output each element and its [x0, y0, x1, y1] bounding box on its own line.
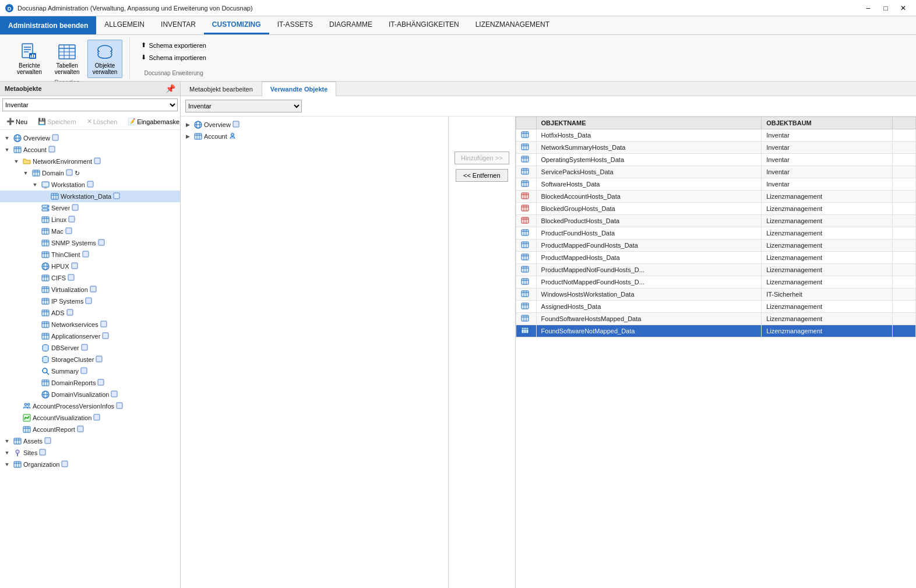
right-dropdown[interactable]: Inventar — [185, 100, 302, 112]
menu-customizing[interactable]: CUSTOMIZING — [204, 16, 269, 34]
expand-sites[interactable]: ▼ — [2, 448, 12, 457]
table-row[interactable]: AssignedHosts_Data Lizenzmanagement — [516, 301, 915, 313]
table-row[interactable]: WindowsHostsWorkstation_Data IT-Sicherhe… — [516, 288, 915, 301]
icon-networkservices — [41, 320, 50, 329]
menu-diagramme[interactable]: DIAGRAMME — [321, 16, 381, 34]
tree-item-workstation[interactable]: ▼Workstation — [0, 179, 180, 191]
speichern-button[interactable]: 💾 Speichern — [34, 116, 80, 127]
menu-inventar[interactable]: INVENTAR — [153, 16, 204, 34]
right-toolbar: Inventar — [181, 96, 916, 117]
tree-item-assets[interactable]: ▼Assets — [0, 435, 180, 447]
menu-it-abhaengigkeiten[interactable]: IT-ABHÄNGIGKEITEN — [381, 16, 467, 34]
menu-lizenzmanagement[interactable]: LIZENZMANAGEMENT — [467, 16, 558, 34]
table-row[interactable]: ProductMappedHosts_Data Lizenzmanagement — [516, 252, 915, 264]
hinzufuegen-button[interactable]: Hinzufügen >> — [455, 152, 509, 164]
tree-item-sites[interactable]: ▼Sites — [0, 447, 180, 459]
tree-item-ipsystems[interactable]: IP Systems — [0, 295, 180, 307]
table-row[interactable]: HotfixHosts_Data Inventar — [516, 129, 915, 142]
row-icon-cell — [516, 142, 536, 154]
minimize-button[interactable]: – — [860, 2, 876, 15]
tree-item-account[interactable]: ▼Account — [0, 144, 180, 156]
table-row[interactable]: ProductMappedNotFoundHosts_D... Lizenzma… — [516, 264, 915, 276]
neu-button[interactable]: ➕ Neu — [2, 116, 31, 127]
tree-item-domain[interactable]: ▼Domain↻ — [0, 167, 180, 179]
admin-beenden-button[interactable]: Administration beenden — [0, 16, 96, 34]
tree-item-virtualization[interactable]: Virtualization — [0, 284, 180, 295]
table-row[interactable]: NetworkSummaryHosts_Data Inventar — [516, 142, 915, 154]
tree-item-summary[interactable]: Summary — [0, 365, 180, 377]
tree-item-server[interactable]: Server — [0, 202, 180, 214]
table-row[interactable]: ProductFoundHosts_Data Lizenzmanagement — [516, 227, 915, 240]
tree-item-accountvisualization[interactable]: AccountVisualization — [0, 412, 180, 424]
tree-item-domainreports[interactable]: DomainReports — [0, 377, 180, 389]
tree-item-ads[interactable]: ADS — [0, 307, 180, 319]
table-row[interactable]: FoundSoftwareNotMapped_Data Lizenzmanage… — [516, 325, 915, 337]
close-button[interactable]: ✕ — [895, 2, 911, 15]
table-row[interactable]: BlockedProductHosts_Data Lizenzmanagemen… — [516, 215, 915, 227]
tree-item-networkservices[interactable]: Networkservices — [0, 319, 180, 330]
tab-metaobjekt-bearbeiten[interactable]: Metaobjekt bearbeiten — [181, 82, 262, 96]
label-account: Account — [23, 146, 47, 153]
table-row[interactable]: ProductMappedFoundHosts_Data Lizenzmanag… — [516, 240, 915, 252]
tabellen-verwalten-button[interactable]: Tabellen verwalten — [50, 40, 85, 78]
tree-item-cifs[interactable]: CIFS — [0, 272, 180, 284]
svg-line-105 — [47, 372, 49, 375]
right-tree-overview[interactable]: ▶ Overview — [181, 119, 448, 131]
svg-rect-50 — [69, 216, 75, 222]
svg-rect-160 — [522, 168, 529, 174]
menu-allgemein[interactable]: ALLGEMEIN — [96, 16, 153, 34]
tree-item-mac[interactable]: Mac — [0, 226, 180, 237]
tree-item-storagecluster[interactable]: StorageCluster — [0, 354, 180, 365]
tree-item-networkenvironment[interactable]: ▼NetworkEnvironment — [0, 156, 180, 167]
menu-it-assets[interactable]: IT-ASSETS — [269, 16, 321, 34]
tree-item-workstation-data[interactable]: Workstation_Data — [0, 191, 180, 202]
table-row[interactable]: ServicePacksHosts_Data Inventar — [516, 166, 915, 178]
table-row[interactable]: BlockedGroupHosts_Data Lizenzmanagement — [516, 203, 915, 215]
berichte-verwalten-button[interactable]: Berichte verwalten — [12, 40, 47, 78]
expand-overview[interactable]: ▼ — [2, 133, 12, 143]
tree-item-accountreport[interactable]: AccountReport — [0, 424, 180, 435]
tree-item-snmp[interactable]: SNMP Systems — [0, 237, 180, 249]
row-icon-cell — [516, 203, 536, 215]
table-row[interactable]: BlockedAccountHosts_Data Lizenzmanagemen… — [516, 191, 915, 203]
restore-button[interactable]: □ — [878, 2, 894, 15]
table-row[interactable]: OperatingSystemHosts_Data Inventar — [516, 154, 915, 166]
row-extra-cell — [893, 129, 916, 142]
tree-item-thinclient[interactable]: ThinClient — [0, 249, 180, 260]
icon-virtualization — [41, 285, 50, 294]
badge-networkservices — [100, 321, 107, 329]
tree-item-linux[interactable]: Linux — [0, 214, 180, 226]
tree-item-applicationserver[interactable]: Applicationserver — [0, 330, 180, 342]
tree-item-accountprocessversioninfos[interactable]: AccountProcessVersionInfos — [0, 400, 180, 412]
expand-assets[interactable]: ▼ — [2, 436, 12, 446]
table-row[interactable]: SoftwareHosts_Data Inventar — [516, 178, 915, 191]
expand-account[interactable]: ▼ — [2, 145, 12, 154]
expand-organization[interactable]: ▼ — [2, 460, 12, 469]
left-panel-dropdown[interactable]: Inventar — [2, 98, 178, 111]
tree-item-organization[interactable]: ▼Organization — [0, 459, 180, 470]
badge-mac — [65, 227, 72, 235]
tree-item-overview[interactable]: ▼Overview — [0, 132, 180, 144]
tab-verwandte-objekte[interactable]: Verwandte Objekte — [262, 82, 336, 96]
account-expand-icon[interactable]: ▶ — [183, 132, 192, 141]
tree-item-dbserver[interactable]: DBServer — [0, 342, 180, 354]
entfernen-button[interactable]: << Entfernen — [456, 169, 508, 182]
expand-domain[interactable]: ▼ — [21, 168, 30, 178]
pin-icon[interactable]: 📌 — [165, 84, 175, 93]
svg-rect-180 — [522, 230, 529, 235]
table-row[interactable]: ProductNotMappedFoundHosts_D... Lizenzma… — [516, 276, 915, 288]
expand-networkenvironment[interactable]: ▼ — [12, 157, 21, 166]
badge-organization — [61, 460, 68, 469]
right-tree-account[interactable]: ▶ Account — [181, 131, 448, 142]
tree-item-hpux[interactable]: HPUX — [0, 260, 180, 272]
overview-expand-icon[interactable]: ▶ — [183, 120, 192, 129]
tree-item-domainvisualization[interactable]: DomainVisualization — [0, 389, 180, 400]
schema-exportieren-button[interactable]: ⬆ Schema exportieren — [137, 40, 210, 51]
table-row[interactable]: FoundSoftwareHostsMapped_Data Lizenzmana… — [516, 313, 915, 325]
eingabemaske-button[interactable]: 📝 Eingabemaske — [124, 116, 184, 127]
right-overview-label: Overview — [204, 121, 231, 128]
objekte-verwalten-button[interactable]: Objekte verwalten — [87, 40, 123, 78]
schema-importieren-button[interactable]: ⬇ Schema importieren — [137, 52, 210, 63]
loeschen-button[interactable]: ✕ Löschen — [83, 116, 122, 127]
expand-workstation[interactable]: ▼ — [30, 180, 40, 189]
